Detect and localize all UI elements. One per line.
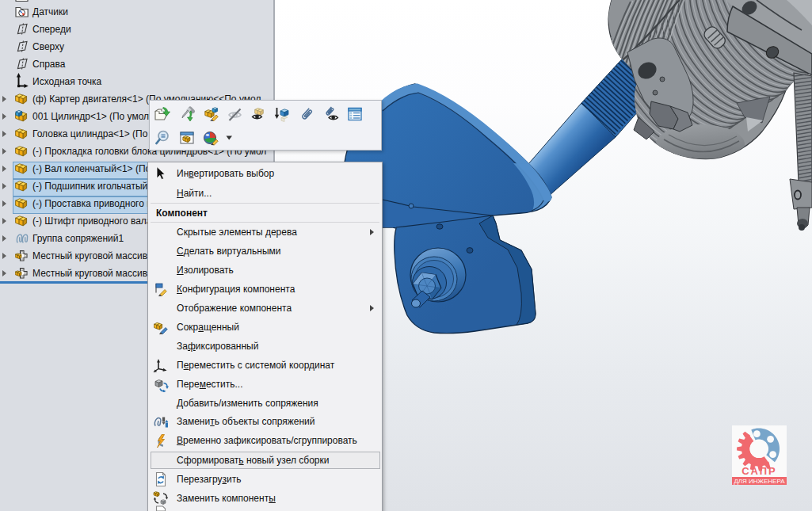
svg-text:ДЛЯ ИНЖЕНЕРА: ДЛЯ ИНЖЕНЕРА <box>734 478 785 485</box>
